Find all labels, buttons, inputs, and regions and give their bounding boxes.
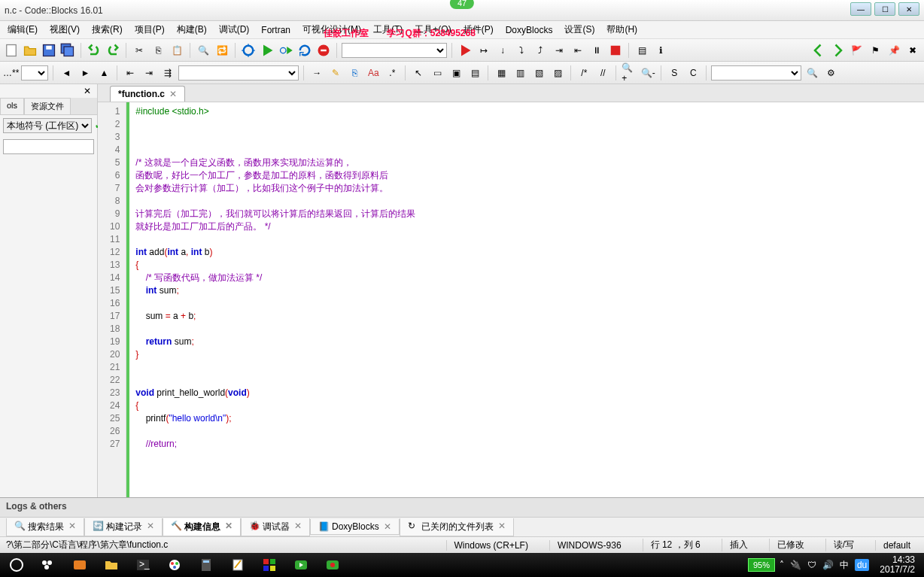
redo-button[interactable] xyxy=(105,42,121,59)
new-file-button[interactable] xyxy=(3,42,20,59)
code-content[interactable]: #include <stdio.h> /* 这就是一个自定义函数，函数用来实现加… xyxy=(129,102,421,497)
log-tab-bug[interactable]: 🐞调试器✕ xyxy=(241,518,310,536)
cortana-icon[interactable] xyxy=(35,554,62,576)
combo-box[interactable] xyxy=(711,65,801,80)
menu-item-1[interactable]: 视图(V) xyxy=(45,22,84,38)
grid4-icon[interactable]: ▨ xyxy=(549,65,566,81)
tab-symbols[interactable]: ols xyxy=(0,98,24,114)
jump-prev-button[interactable]: ⇤ xyxy=(122,65,138,81)
find-button[interactable]: 🔍 xyxy=(195,42,211,59)
menu-item-7[interactable]: 可视化设计(M) xyxy=(298,22,366,38)
tray-ime-icon[interactable]: 中 xyxy=(840,559,849,572)
tab-resources[interactable]: 资源文件 xyxy=(24,98,71,114)
paste-button[interactable]: 📋 xyxy=(169,42,185,59)
menu-item-8[interactable]: 工具(T) xyxy=(369,22,407,38)
close-logtab-icon[interactable]: ✕ xyxy=(68,521,76,533)
line-comment-button[interactable]: // xyxy=(594,65,611,81)
log-tab-search[interactable]: 🔍搜索结果✕ xyxy=(6,518,84,536)
next-instr-button[interactable]: ⇥ xyxy=(551,42,567,59)
tray-security-icon[interactable]: 🛡 xyxy=(807,560,816,570)
save-button[interactable] xyxy=(41,42,57,59)
app-codeblocks-icon[interactable] xyxy=(256,554,283,576)
menu-item-2[interactable]: 搜索(R) xyxy=(87,22,127,38)
code-editor[interactable]: 1234567891011121314151617181920212223242… xyxy=(98,102,924,497)
zoom-out-button[interactable]: 🔍- xyxy=(640,65,656,81)
next-line-button[interactable]: ↓ xyxy=(494,42,511,59)
nav-back-button[interactable]: ◄ xyxy=(58,65,74,81)
debug-run-button[interactable] xyxy=(457,42,473,59)
match-button[interactable]: ⎘ xyxy=(346,65,363,81)
close-logtab-icon[interactable]: ✕ xyxy=(294,521,302,533)
build-button[interactable] xyxy=(240,42,257,59)
panel2-icon[interactable]: ▣ xyxy=(448,65,464,81)
panel1-icon[interactable]: ▭ xyxy=(429,65,445,81)
maximize-button[interactable]: ☐ xyxy=(874,2,895,16)
undo-button[interactable] xyxy=(86,42,102,59)
grid1-icon[interactable]: ▦ xyxy=(493,65,509,81)
app-notepad-icon[interactable] xyxy=(224,554,251,576)
panel-close-icon[interactable]: ✕ xyxy=(81,86,94,96)
case-button[interactable]: Aa xyxy=(365,65,381,81)
tray-du-icon[interactable]: du xyxy=(855,559,869,571)
open-button[interactable] xyxy=(22,42,38,59)
menu-item-9[interactable]: 工具+(O) xyxy=(410,22,455,38)
settings-icon[interactable]: ⚙ xyxy=(822,65,839,81)
debug-windows-button[interactable]: ▤ xyxy=(634,42,650,59)
s-button[interactable]: S xyxy=(666,65,682,81)
jump-last-button[interactable]: ⇶ xyxy=(160,65,176,81)
grid3-icon[interactable]: ▧ xyxy=(530,65,547,81)
start-button[interactable] xyxy=(3,554,30,576)
tray-volume-icon[interactable]: 🔊 xyxy=(822,560,834,570)
bookmark-prev-button[interactable] xyxy=(810,42,827,59)
app-calc-icon[interactable] xyxy=(193,554,220,576)
log-tab-doxy[interactable]: 📘DoxyBlocks✕ xyxy=(310,519,400,535)
log-tab-reload[interactable]: ↻已关闭的文件列表✕ xyxy=(400,518,514,536)
logs-header[interactable]: Logs & others xyxy=(0,497,924,517)
step-into-button[interactable]: ⤵ xyxy=(513,42,530,59)
clock[interactable]: 14:33 2017/7/2 xyxy=(874,555,921,575)
flag-yellow-icon[interactable]: ⚑ xyxy=(867,42,883,59)
bookmark-next-button[interactable] xyxy=(829,42,846,59)
run-button[interactable] xyxy=(259,42,275,59)
build-run-button[interactable] xyxy=(278,42,294,59)
highlight-button[interactable]: ✎ xyxy=(327,65,344,81)
info-button[interactable]: ℹ xyxy=(652,42,669,59)
menu-item-11[interactable]: DoxyBlocks xyxy=(501,23,558,37)
log-tab-hammer[interactable]: 🔨构建信息✕ xyxy=(163,518,241,536)
step-out-button[interactable]: ⤴ xyxy=(532,42,549,59)
log-tab-cycle[interactable]: 🔄构建记录✕ xyxy=(84,518,163,536)
system-tray[interactable]: ˄ 🔌 🛡 🔊 中 du xyxy=(780,559,869,572)
zoom-select[interactable] xyxy=(21,65,48,80)
break-button[interactable]: ⏸ xyxy=(588,42,605,59)
symbol-filter-input[interactable] xyxy=(3,139,94,154)
close-logtab-icon[interactable]: ✕ xyxy=(225,521,233,533)
file-tab-function-c[interactable]: *function.c ✕ xyxy=(110,86,185,102)
flag-red-icon[interactable]: 🚩 xyxy=(848,42,865,59)
abort-button[interactable] xyxy=(315,42,332,59)
menu-item-5[interactable]: 调试(D) xyxy=(214,22,254,38)
rebuild-button[interactable] xyxy=(296,42,313,59)
menu-item-6[interactable]: Fortran xyxy=(257,23,295,37)
cut-button[interactable]: ✂ xyxy=(131,42,147,59)
app-explorer-icon[interactable] xyxy=(98,554,125,576)
tray-power-icon[interactable]: 🔌 xyxy=(790,560,801,570)
symbol-scope-select[interactable]: 本地符号 (工作区) xyxy=(3,118,92,133)
zoom-in-button[interactable]: 🔍+ xyxy=(621,65,637,81)
block-comment-button[interactable]: /* xyxy=(576,65,592,81)
grid2-icon[interactable]: ▥ xyxy=(512,65,528,81)
jump-next-button[interactable]: ⇥ xyxy=(141,65,157,81)
search-exec-button[interactable]: 🔍 xyxy=(804,65,820,81)
flag-remove-icon[interactable]: ✖ xyxy=(904,42,921,59)
cursor-icon[interactable]: ↖ xyxy=(410,65,427,81)
c-button[interactable]: C xyxy=(685,65,701,81)
menu-item-13[interactable]: 帮助(H) xyxy=(602,22,642,38)
copy-button[interactable]: ⎘ xyxy=(150,42,166,59)
menu-item-0[interactable]: 编辑(E) xyxy=(3,22,42,38)
close-logtab-icon[interactable]: ✕ xyxy=(147,521,154,533)
app-wps-icon[interactable] xyxy=(66,554,93,576)
close-button[interactable]: ✕ xyxy=(898,2,919,16)
app-recorder-icon[interactable] xyxy=(319,554,346,576)
app-camtasia-icon[interactable] xyxy=(287,554,315,576)
app-paint-icon[interactable] xyxy=(161,554,188,576)
menu-item-10[interactable]: 插件(P) xyxy=(459,22,498,38)
